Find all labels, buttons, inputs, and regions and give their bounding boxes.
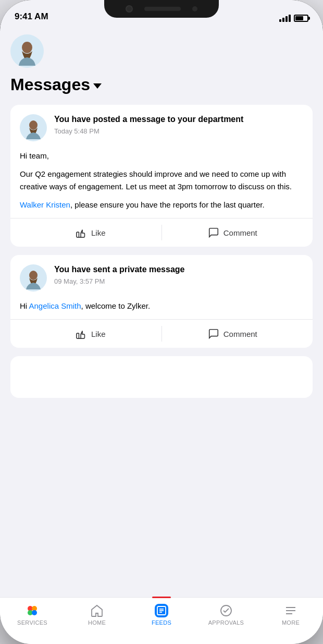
tab-services-label: SERVICES <box>17 619 47 626</box>
tab-approvals[interactable]: APPROVALS <box>194 603 258 626</box>
card-1-p3-suffix: , please ensure you have the reports for… <box>70 200 265 209</box>
page-title: Messages <box>10 75 90 94</box>
card-2-p1: Hi Angelica Smith, welcome to Zylker. <box>20 300 303 312</box>
signal-icon <box>279 15 291 22</box>
comment-icon <box>208 227 219 238</box>
card-2-body: Hi Angelica Smith, welcome to Zylker. <box>20 300 303 312</box>
tab-services[interactable]: SERVICES <box>0 603 65 626</box>
card-1-p3: Walker Kristen, please ensure you have t… <box>20 199 303 211</box>
card-2-like-label: Like <box>91 330 106 338</box>
card-1-p1: Hi team, <box>20 150 303 162</box>
like-icon <box>76 227 87 238</box>
services-icon <box>26 604 39 617</box>
tab-home[interactable]: HOME <box>65 603 129 626</box>
card-2-title: You have sent a private message <box>54 264 303 275</box>
card-2-hi: Hi <box>20 301 29 310</box>
svg-point-5 <box>29 271 38 280</box>
tab-bar: SERVICES HOME <box>0 597 323 644</box>
notch-dot <box>192 6 197 11</box>
tab-feeds-label: FEEDS <box>152 619 171 626</box>
card-2-avatar <box>20 264 47 291</box>
tab-feeds[interactable]: FEEDS <box>129 603 194 626</box>
card-2-time: 09 May, 3:57 PM <box>54 277 303 285</box>
page-header: Messages <box>10 26 313 105</box>
like-icon-2 <box>76 328 87 339</box>
card-1-title: You have posted a message to your depart… <box>54 114 303 125</box>
card-2-comment-button[interactable]: Comment <box>162 322 304 346</box>
tab-more-label: MORE <box>282 619 300 626</box>
card-1-actions: Like Comment <box>20 218 303 247</box>
comment-icon-2 <box>208 328 219 339</box>
tab-more[interactable]: MORE <box>258 603 323 626</box>
card-2-actions: Like Comment <box>20 320 303 348</box>
card-1-meta: You have posted a message to your depart… <box>54 114 303 135</box>
more-icon <box>284 604 297 617</box>
card-1-p2: Our Q2 engagement strategies should impr… <box>20 168 303 192</box>
mention-angelica[interactable]: Angelica Smith <box>29 301 81 310</box>
card-1-like-label: Like <box>91 228 106 237</box>
message-card-1: You have posted a message to your depart… <box>10 105 313 247</box>
tab-approvals-label: APPROVALS <box>208 619 244 626</box>
card-2-suffix: , welcome to Zylker. <box>81 301 151 310</box>
status-icons <box>279 10 308 22</box>
svg-point-1 <box>22 42 32 53</box>
user-avatar <box>10 34 44 68</box>
svg-point-9 <box>32 610 37 615</box>
notch-speaker <box>144 7 181 11</box>
home-icon <box>90 604 104 617</box>
card-1-body: Hi team, Our Q2 engagement strategies sh… <box>20 150 303 211</box>
card-1-comment-button[interactable]: Comment <box>162 221 304 245</box>
card-2-header: You have sent a private message 09 May, … <box>20 264 303 291</box>
feeds-icon <box>155 604 168 617</box>
notch-camera <box>126 5 133 13</box>
card-1-like-button[interactable]: Like <box>20 221 162 245</box>
battery-icon <box>294 15 308 22</box>
phone-frame: 9:41 AM <box>0 0 323 644</box>
phone-screen: 9:41 AM <box>0 0 323 644</box>
card-2-like-button[interactable]: Like <box>20 322 162 346</box>
svg-point-3 <box>29 120 38 130</box>
active-tab-indicator <box>152 597 171 598</box>
notch <box>104 0 219 18</box>
page-title-row[interactable]: Messages <box>10 75 102 94</box>
card-1-time: Today 5:48 PM <box>54 127 303 135</box>
card-1-avatar <box>20 114 47 141</box>
card-1-header: You have posted a message to your depart… <box>20 114 303 141</box>
card-2-comment-label: Comment <box>223 330 257 338</box>
card-2-meta: You have sent a private message 09 May, … <box>54 264 303 285</box>
message-card-2: You have sent a private message 09 May, … <box>10 255 313 348</box>
card-1-comment-label: Comment <box>223 228 257 237</box>
scroll-area[interactable]: Messages You have <box>0 26 323 597</box>
tab-home-label: HOME <box>88 619 106 626</box>
message-card-3-partial <box>10 356 313 398</box>
approvals-icon <box>219 604 233 617</box>
mention-walker[interactable]: Walker Kristen <box>20 200 70 209</box>
status-time: 9:41 AM <box>15 7 48 22</box>
dropdown-arrow-icon[interactable] <box>93 83 102 89</box>
